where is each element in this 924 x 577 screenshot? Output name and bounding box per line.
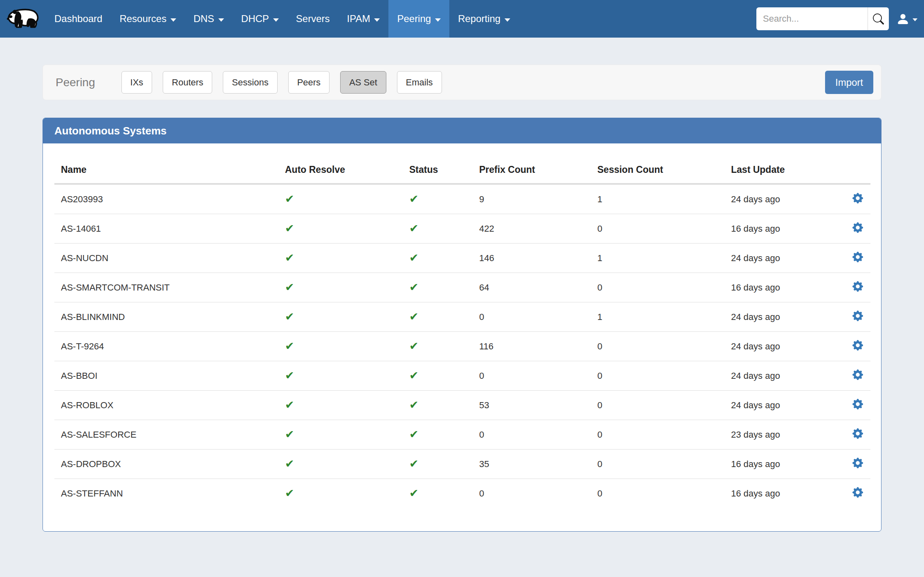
cell-actions: [845, 479, 870, 508]
nav-item-label: DNS: [193, 13, 214, 25]
user-icon: [896, 12, 910, 26]
cell-last-update: 23 days ago: [724, 420, 845, 450]
gear-icon: [852, 281, 863, 292]
cell-last-update: 24 days ago: [724, 184, 845, 214]
cell-as-name: AS-NUCDN: [54, 244, 278, 273]
tab-sessions[interactable]: Sessions: [223, 71, 277, 94]
row-settings-button[interactable]: [852, 311, 863, 321]
tab-emails[interactable]: Emails: [397, 71, 442, 94]
row-settings-button[interactable]: [852, 340, 863, 351]
gear-icon: [852, 399, 863, 409]
row-settings-button[interactable]: [852, 193, 863, 204]
cell-prefix-count: 35: [473, 450, 591, 479]
nav-item-dashboard[interactable]: Dashboard: [46, 0, 111, 38]
badger-logo[interactable]: [0, 0, 46, 38]
tab-ixs[interactable]: IXs: [121, 71, 153, 94]
check-icon: ✔: [285, 428, 294, 441]
cell-last-update: 24 days ago: [724, 391, 845, 420]
navbar-right: [756, 0, 924, 38]
column-header-name: Name: [54, 152, 278, 184]
nav-item-dhcp[interactable]: DHCP: [233, 0, 287, 38]
cell-actions: [845, 273, 870, 302]
table-row: AS-14061✔✔422016 days ago: [54, 214, 870, 244]
cell-actions: [845, 214, 870, 244]
tab-as-set[interactable]: AS Set: [340, 71, 386, 94]
import-button[interactable]: Import: [825, 71, 873, 94]
autonomous-systems-panel: Autonomous Systems NameAuto ResolveStatu…: [43, 118, 881, 532]
table-row: AS-DROPBOX✔✔35016 days ago: [54, 450, 870, 479]
cell-auto-resolve: ✔: [278, 273, 403, 302]
cell-session-count: 0: [591, 450, 724, 479]
cell-status: ✔: [403, 302, 473, 332]
table-row: AS-T-9264✔✔116024 days ago: [54, 332, 870, 361]
panel-title: Autonomous Systems: [43, 118, 881, 143]
row-settings-button[interactable]: [852, 487, 863, 498]
check-icon: ✔: [285, 399, 294, 411]
tab-routers[interactable]: Routers: [163, 71, 212, 94]
cell-session-count: 0: [591, 479, 724, 508]
nav-item-label: Dashboard: [54, 13, 102, 25]
check-icon: ✔: [409, 399, 419, 411]
search-button[interactable]: [868, 7, 889, 30]
row-settings-button[interactable]: [852, 222, 863, 233]
row-settings-button[interactable]: [852, 399, 863, 409]
check-icon: ✔: [285, 281, 294, 293]
nav-item-resources[interactable]: Resources: [111, 0, 185, 38]
cell-actions: [845, 361, 870, 391]
row-settings-button[interactable]: [852, 428, 863, 439]
tab-peers[interactable]: Peers: [288, 71, 330, 94]
table-row: AS-BBOI✔✔0024 days ago: [54, 361, 870, 391]
check-icon: ✔: [409, 222, 419, 235]
cell-auto-resolve: ✔: [278, 450, 403, 479]
column-header-actions: [845, 152, 870, 184]
check-icon: ✔: [285, 487, 294, 499]
cell-prefix-count: 53: [473, 391, 591, 420]
nav-item-peering[interactable]: Peering: [388, 0, 449, 38]
row-settings-button[interactable]: [852, 458, 863, 468]
nav-item-container-reporting: Reporting: [449, 0, 519, 38]
check-icon: ✔: [409, 428, 419, 441]
nav-item-container-dns: DNS: [185, 0, 233, 38]
cell-as-name: AS-SMARTCOM-TRANSIT: [54, 273, 278, 302]
cell-status: ✔: [403, 184, 473, 214]
cell-auto-resolve: ✔: [278, 184, 403, 214]
nav-item-container-dhcp: DHCP: [233, 0, 287, 38]
nav-item-label: Resources: [119, 13, 166, 25]
as-table: NameAuto ResolveStatusPrefix CountSessio…: [54, 152, 870, 508]
peering-toolbar: Peering IXsRoutersSessionsPeersAS SetEma…: [43, 65, 881, 100]
cell-prefix-count: 0: [473, 302, 591, 332]
cell-as-name: AS-DROPBOX: [54, 450, 278, 479]
row-settings-button[interactable]: [852, 281, 863, 292]
check-icon: ✔: [285, 369, 294, 382]
search-input[interactable]: [756, 7, 868, 30]
nav-item-container-servers: Servers: [287, 0, 339, 38]
cell-session-count: 0: [591, 361, 724, 391]
account-menu[interactable]: [896, 12, 917, 26]
cell-last-update: 24 days ago: [724, 302, 845, 332]
cell-prefix-count: 9: [473, 184, 591, 214]
cell-session-count: 1: [591, 184, 724, 214]
nav-item-servers[interactable]: Servers: [287, 0, 339, 38]
nav-item-container-peering: Peering: [388, 0, 449, 38]
nav-item-dns[interactable]: DNS: [185, 0, 233, 38]
peering-tabs: IXsRoutersSessionsPeersAS SetEmails: [121, 71, 453, 94]
cell-auto-resolve: ✔: [278, 479, 403, 508]
cell-actions: [845, 184, 870, 214]
cell-last-update: 16 days ago: [724, 450, 845, 479]
row-settings-button[interactable]: [852, 252, 863, 262]
nav-item-ipam[interactable]: IPAM: [339, 0, 389, 38]
cell-prefix-count: 146: [473, 244, 591, 273]
table-row: AS-ROBLOX✔✔53024 days ago: [54, 391, 870, 420]
cell-session-count: 0: [591, 391, 724, 420]
check-icon: ✔: [409, 281, 419, 293]
check-icon: ✔: [285, 340, 294, 352]
page-content: Peering IXsRoutersSessionsPeersAS SetEma…: [0, 38, 924, 532]
nav-item-reporting[interactable]: Reporting: [449, 0, 519, 38]
row-settings-button[interactable]: [852, 369, 863, 380]
top-navbar: DashboardResourcesDNSDHCPServersIPAMPeer…: [0, 0, 924, 38]
cell-prefix-count: 0: [473, 420, 591, 450]
cell-status: ✔: [403, 479, 473, 508]
caret-down-icon: [505, 18, 510, 22]
cell-prefix-count: 116: [473, 332, 591, 361]
search-icon: [873, 13, 884, 25]
